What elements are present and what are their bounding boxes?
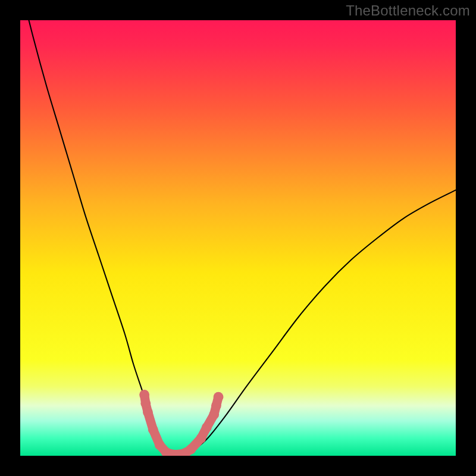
optimal-marker xyxy=(143,407,153,417)
optimal-marker xyxy=(196,433,206,443)
optimal-marker-group xyxy=(139,390,223,456)
chart-frame: TheBottleneck.com xyxy=(0,0,476,476)
optimal-marker xyxy=(211,400,221,411)
watermark-text: TheBottleneck.com xyxy=(346,2,470,19)
optimal-marker xyxy=(140,399,151,409)
curve-layer xyxy=(20,20,456,456)
optimal-marker xyxy=(214,392,224,402)
optimal-marker xyxy=(139,390,149,400)
bottleneck-curve xyxy=(20,20,456,456)
optimal-marker xyxy=(148,425,158,435)
optimal-marker xyxy=(186,444,196,455)
optimal-marker xyxy=(202,422,212,433)
optimal-marker xyxy=(209,409,219,419)
plot-area xyxy=(20,20,456,456)
